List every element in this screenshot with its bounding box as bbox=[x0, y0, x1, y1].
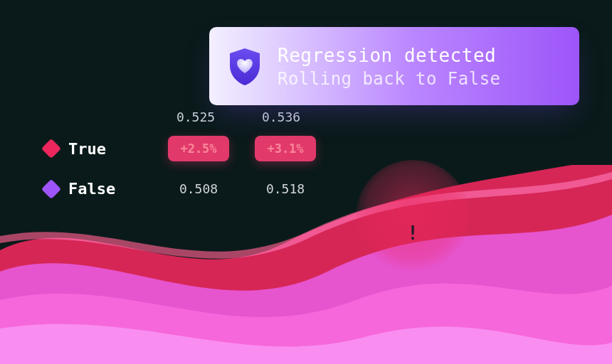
false-swatch-icon bbox=[41, 178, 61, 198]
false-value-2: 0.518 bbox=[255, 181, 316, 196]
regression-alert-bubble: ! bbox=[356, 160, 470, 274]
comparison-grid: 0.525 0.536 True +2.5% +3.1% False 0.508… bbox=[44, 109, 316, 216]
alert-exclamation-icon: ! bbox=[356, 223, 470, 244]
column-header-1: 0.525 bbox=[165, 109, 226, 124]
row-true-label: True bbox=[68, 140, 154, 158]
notification-subtitle: Rolling back to False bbox=[278, 69, 501, 89]
column-headers: 0.525 0.536 bbox=[165, 109, 316, 124]
false-value-1: 0.508 bbox=[168, 181, 229, 196]
true-delta-1: +2.5% bbox=[168, 136, 229, 161]
row-true: True +2.5% +3.1% bbox=[44, 136, 316, 161]
row-false-label: False bbox=[68, 180, 154, 198]
regression-notification[interactable]: Regression detected Rolling back to Fals… bbox=[209, 27, 579, 105]
column-header-2: 0.536 bbox=[250, 109, 312, 124]
shield-heart-icon bbox=[226, 46, 263, 87]
notification-title: Regression detected bbox=[278, 45, 501, 66]
true-delta-2: +3.1% bbox=[255, 136, 316, 161]
true-swatch-icon bbox=[41, 139, 61, 159]
row-false: False 0.508 0.518 bbox=[44, 180, 316, 198]
